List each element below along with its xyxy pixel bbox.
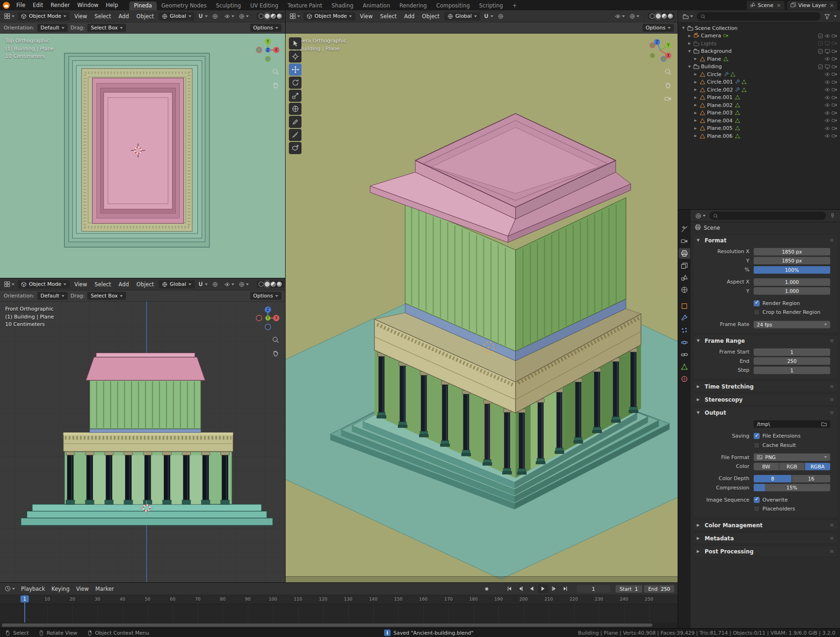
expand-caret[interactable]: ▶ (693, 103, 698, 107)
properties-tab-output[interactable] (679, 248, 690, 259)
expand-caret[interactable]: ▶ (693, 96, 698, 99)
timeline-menu-view[interactable]: View (73, 585, 92, 593)
orientation-dropdown[interactable]: Global (444, 12, 480, 21)
expand-caret[interactable]: ▶ (693, 111, 698, 115)
viewport-menu-object[interactable]: Object (133, 12, 156, 21)
checkbox-cache-result[interactable] (754, 442, 760, 448)
checkbox-crop-to-render-region[interactable] (754, 309, 760, 315)
properties-tab-particles[interactable] (679, 325, 690, 336)
mode-dropdown[interactable]: Object Mode (18, 280, 70, 289)
workspace-tab-shading[interactable]: Shading (327, 1, 358, 10)
view-layer-selector[interactable]: View Layer× (787, 1, 838, 10)
workspace-tab-uv-editing[interactable]: UV Editing (245, 1, 283, 10)
section-header-color-management[interactable]: ▶Color Management≡ (693, 520, 838, 531)
options-button[interactable]: Options (250, 292, 281, 300)
mode-dropdown[interactable]: Object Mode (303, 12, 355, 21)
section-header-time-stretching[interactable]: ▶Time Stretching≡ (693, 381, 838, 392)
tool-add-primitive[interactable] (289, 142, 301, 154)
outliner-row-plane-006[interactable]: ▶Plane.006 (678, 132, 840, 140)
eye-toggle[interactable] (825, 102, 830, 108)
field-step[interactable]: 1 (754, 367, 830, 374)
shading-mode-switch[interactable] (648, 13, 675, 20)
shading-mode-switch[interactable] (257, 281, 284, 288)
remove-icon[interactable]: × (829, 2, 834, 8)
properties-search-input[interactable] (709, 212, 826, 220)
outliner-row-plane[interactable]: ▶Plane (678, 55, 840, 63)
tool-orientation-dropdown[interactable]: Default (37, 24, 68, 32)
outliner-search-input[interactable] (697, 12, 820, 21)
timeline-menu-keying[interactable]: Keying (48, 585, 73, 593)
section-header-output[interactable]: ▼Output≡ (693, 407, 838, 418)
show-overlays-button[interactable] (238, 281, 250, 288)
timeline-menu-playback[interactable]: Playback (18, 585, 48, 593)
outliner-row-circle[interactable]: ▶Circle (678, 71, 840, 78)
tool-transform[interactable] (289, 103, 301, 115)
eye-toggle[interactable] (825, 118, 830, 123)
properties-tab-tool[interactable] (679, 224, 690, 234)
properties-tab-constraints[interactable] (679, 349, 690, 360)
timeline-menu-marker[interactable]: Marker (92, 585, 117, 593)
pan-hand-button[interactable] (272, 82, 279, 90)
proportional-edit-button[interactable] (497, 13, 505, 20)
output-path-field[interactable]: /tmp\ (754, 420, 830, 428)
current-frame-field[interactable]: 1 (577, 585, 610, 593)
field-end[interactable]: 250 (754, 357, 830, 365)
viewport-menu-view[interactable]: View (71, 280, 90, 289)
expand-caret[interactable]: ▶ (693, 127, 698, 130)
menu-edit[interactable]: Edit (29, 1, 47, 9)
outliner-row-building[interactable]: ▼Building (678, 63, 840, 71)
expand-caret[interactable]: ▼ (687, 50, 692, 53)
viewport-menu-add[interactable]: Add (401, 12, 417, 21)
tool-annotate[interactable] (289, 116, 301, 128)
workspace-tab-sculpting[interactable]: Sculpting (211, 1, 246, 10)
timeline-ruler[interactable]: 1020304050607080901001101201301401501601… (0, 595, 678, 604)
check-toggle[interactable] (818, 49, 823, 54)
viewport-menu-view[interactable]: View (71, 12, 90, 21)
eye-toggle[interactable] (825, 87, 830, 92)
expand-caret[interactable]: ▶ (693, 119, 698, 122)
segment-rgba[interactable]: RGBA (805, 463, 830, 470)
viewport-menu-object[interactable]: Object (133, 280, 156, 289)
cam-toggle[interactable] (832, 56, 837, 62)
show-gizmos-button[interactable] (614, 13, 626, 20)
properties-tab-material[interactable] (679, 374, 690, 384)
cam-toggle[interactable] (832, 33, 837, 39)
segment-8[interactable]: 8 (754, 475, 792, 482)
timeline-scrollbar[interactable] (2, 623, 652, 627)
menu-window[interactable]: Window (73, 1, 102, 9)
workspace-tab-rendering[interactable]: Rendering (395, 1, 432, 10)
drag-mode-dropdown[interactable]: Select Box (87, 24, 126, 32)
cam-toggle[interactable] (832, 41, 837, 46)
show-gizmos-button[interactable] (223, 13, 236, 20)
editor-type-button[interactable] (3, 280, 16, 288)
field-frame-start[interactable]: 1 (754, 348, 830, 356)
workspace-tab-texture-paint[interactable]: Texture Paint (283, 1, 327, 10)
viewport-menu-select[interactable]: Select (378, 12, 399, 21)
tool-orientation-dropdown[interactable]: Default (37, 292, 68, 300)
expand-caret[interactable]: ▶ (693, 134, 698, 138)
screen-toggle[interactable] (825, 64, 830, 70)
filter-icon[interactable] (823, 13, 832, 21)
proportional-edit-button[interactable] (211, 13, 219, 20)
segment-rgb[interactable]: RGB (779, 463, 805, 470)
add-workspace-button[interactable]: + (508, 1, 522, 10)
editor-type-button[interactable] (681, 13, 694, 21)
tool-move[interactable] (289, 64, 301, 76)
cam-toggle[interactable] (832, 118, 837, 123)
section-header-stereoscopy[interactable]: ▶Stereoscopy≡ (693, 394, 838, 405)
expand-caret[interactable]: ▼ (681, 26, 686, 30)
cam-toggle[interactable] (832, 71, 837, 77)
checkbox-image-sequence[interactable] (754, 497, 760, 503)
pan-hand-button[interactable] (665, 82, 672, 90)
cam-toggle[interactable] (832, 126, 837, 131)
cam-toggle[interactable] (832, 79, 837, 85)
unlink-icon[interactable]: × (776, 2, 781, 8)
transport-jump-prev-keyframe[interactable] (516, 584, 526, 593)
transport-play-reverse[interactable] (527, 584, 537, 593)
zoom-button[interactable] (272, 336, 279, 345)
shading-mode-switch[interactable] (257, 13, 284, 20)
expand-caret[interactable]: ▼ (687, 65, 692, 69)
eye-toggle[interactable] (825, 79, 830, 85)
options-button[interactable]: Options (643, 24, 674, 32)
eye-toggle[interactable] (825, 56, 830, 62)
